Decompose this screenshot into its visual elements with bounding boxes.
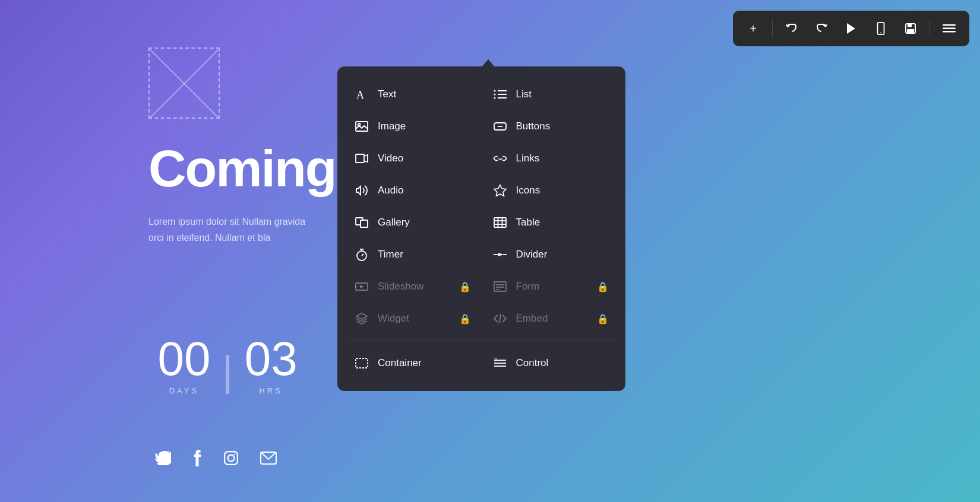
more-menu-button[interactable]	[936, 15, 962, 42]
timer-days: 00 DAYS	[148, 335, 220, 395]
form-lock-icon: 🔒	[597, 281, 609, 293]
menu-item-timer-label: Timer	[378, 249, 403, 260]
social-row	[154, 450, 277, 466]
hrs-label: HRS	[259, 386, 282, 395]
menu-item-form-label: Form	[516, 281, 540, 293]
add-widget-menu: A Text List	[337, 66, 625, 391]
placeholder-x	[150, 49, 219, 117]
svg-point-17	[494, 90, 495, 92]
widget-icon	[354, 311, 369, 326]
svg-rect-51	[356, 358, 368, 368]
svg-text:A: A	[356, 89, 364, 101]
timer-row: 00 DAYS | 03 HRS	[148, 335, 306, 395]
menu-item-form: Form 🔒	[482, 271, 620, 303]
menu-item-gallery-label: Gallery	[378, 217, 410, 228]
svg-rect-7	[943, 28, 956, 30]
svg-line-37	[362, 254, 363, 256]
days-label: DAYS	[169, 386, 199, 395]
gallery-icon	[354, 215, 369, 230]
svg-marker-45	[360, 285, 364, 288]
svg-rect-6	[943, 24, 956, 26]
save-button[interactable]	[897, 15, 924, 42]
lorem-text: Lorem ipsum dolor sit Nullam gravida orc…	[148, 214, 315, 246]
menu-item-container-label: Container	[378, 357, 422, 369]
mobile-preview-button[interactable]	[868, 15, 894, 42]
facebook-icon[interactable]	[192, 450, 202, 466]
menu-item-video-label: Video	[378, 152, 403, 164]
form-icon	[492, 279, 508, 294]
container-icon	[354, 355, 369, 371]
toolbar-divider-1	[772, 20, 773, 37]
menu-item-audio[interactable]: Audio	[343, 174, 482, 206]
menu-item-icons[interactable]: Icons	[482, 174, 620, 206]
menu-item-slideshow-label: Slideshow	[378, 281, 424, 293]
menu-item-image[interactable]: Image	[343, 110, 482, 142]
email-icon[interactable]	[260, 452, 277, 465]
menu-item-text-label: Text	[378, 88, 396, 100]
svg-rect-4	[908, 24, 912, 27]
menu-item-widget-label: Widget	[378, 313, 409, 325]
days-value: 00	[158, 335, 211, 383]
svg-point-18	[494, 94, 495, 96]
video-icon	[354, 151, 369, 166]
svg-marker-25	[494, 185, 505, 196]
svg-point-10	[228, 455, 235, 462]
menu-item-gallery[interactable]: Gallery	[343, 206, 482, 239]
control-icon: #	[492, 355, 508, 371]
table-icon	[492, 215, 508, 230]
twitter-icon[interactable]	[154, 451, 171, 465]
slideshow-lock-icon: 🔒	[459, 281, 471, 293]
svg-rect-24	[356, 154, 364, 163]
links-icon	[492, 151, 508, 166]
audio-icon	[354, 183, 369, 198]
list-icon	[492, 87, 508, 102]
svg-point-2	[880, 32, 881, 33]
embed-lock-icon: 🔒	[597, 313, 609, 325]
add-button[interactable]: +	[740, 15, 766, 42]
slideshow-icon	[354, 279, 369, 294]
menu-section-divider	[349, 341, 614, 341]
menu-footer-grid: Container # Control	[337, 347, 625, 379]
svg-rect-9	[225, 452, 238, 465]
menu-item-divider-label: Divider	[516, 249, 548, 260]
svg-marker-41	[498, 253, 502, 256]
menu-item-control[interactable]: # Control	[482, 347, 620, 379]
hrs-value: 03	[245, 335, 298, 383]
timer-separator: |	[222, 350, 233, 395]
menu-item-audio-label: Audio	[378, 185, 403, 196]
placeholder-image	[148, 47, 220, 119]
menu-item-buttons-label: Buttons	[516, 120, 551, 132]
undo-button[interactable]	[779, 15, 805, 42]
svg-text:#: #	[494, 358, 497, 363]
menu-item-links[interactable]: Links	[482, 142, 620, 174]
svg-line-50	[500, 314, 501, 323]
menu-item-icons-label: Icons	[516, 185, 540, 196]
menu-item-text[interactable]: A Text	[343, 78, 482, 110]
menu-item-buttons[interactable]: Buttons	[482, 110, 620, 142]
menu-item-widget: Widget 🔒	[343, 303, 482, 335]
menu-item-divider[interactable]: Divider	[482, 239, 620, 271]
divider-icon	[492, 247, 508, 262]
play-button[interactable]	[838, 15, 864, 42]
timer-icon	[354, 247, 369, 262]
menu-item-container[interactable]: Container	[343, 347, 482, 379]
image-icon	[354, 119, 369, 134]
coming-text: Coming	[148, 142, 336, 195]
svg-point-11	[234, 454, 236, 456]
svg-rect-5	[907, 29, 914, 33]
menu-item-video[interactable]: Video	[343, 142, 482, 174]
menu-item-timer[interactable]: Timer	[343, 239, 482, 271]
svg-rect-20	[356, 122, 368, 131]
timer-hrs: 03 HRS	[235, 335, 306, 395]
svg-rect-29	[494, 218, 506, 227]
menu-item-links-label: Links	[516, 152, 540, 164]
menu-item-list-label: List	[516, 88, 532, 100]
menu-item-list[interactable]: List	[482, 78, 620, 110]
menu-item-table[interactable]: Table	[482, 206, 620, 239]
svg-rect-8	[943, 31, 956, 33]
toolbar-divider-2	[930, 20, 930, 37]
instagram-icon[interactable]	[223, 450, 239, 466]
icons-icon	[492, 183, 508, 198]
redo-button[interactable]	[808, 15, 834, 42]
menu-grid: A Text List	[337, 78, 625, 335]
